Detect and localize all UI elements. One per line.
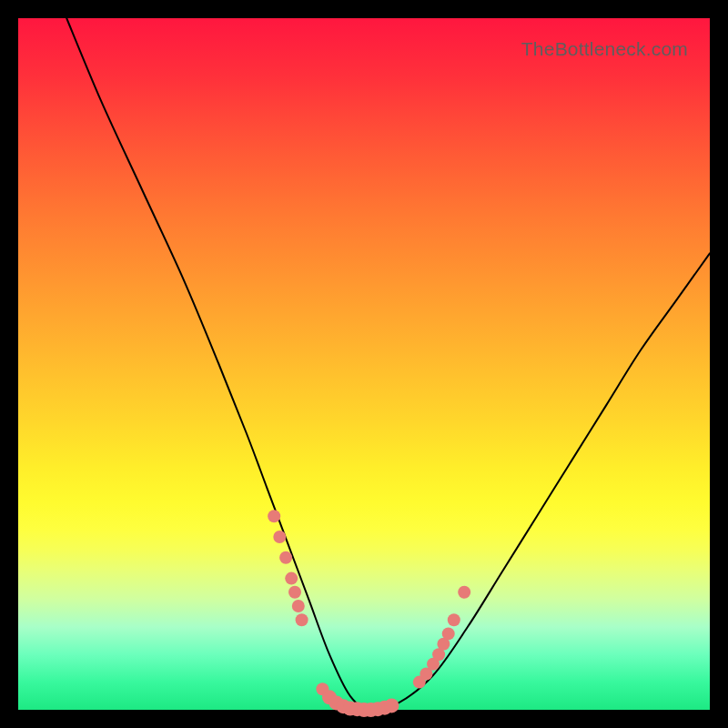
- marker-dot: [448, 613, 460, 626]
- marker-dot: [296, 613, 308, 626]
- bottleneck-curve-svg: [18, 18, 710, 710]
- marker-dot: [292, 600, 305, 612]
- marker-dot: [442, 627, 455, 640]
- chart-frame: TheBottleneck.com: [0, 0, 728, 728]
- marker-dot: [458, 586, 470, 599]
- marker-dot: [273, 531, 286, 543]
- marker-dot: [288, 586, 301, 599]
- plot-area: TheBottleneck.com: [18, 18, 710, 710]
- marker-dots-group: [268, 510, 470, 717]
- bottleneck-curve: [66, 18, 710, 710]
- marker-dot: [285, 572, 298, 585]
- marker-dot: [279, 551, 292, 564]
- marker-dot: [268, 510, 280, 522]
- marker-dot: [384, 698, 399, 713]
